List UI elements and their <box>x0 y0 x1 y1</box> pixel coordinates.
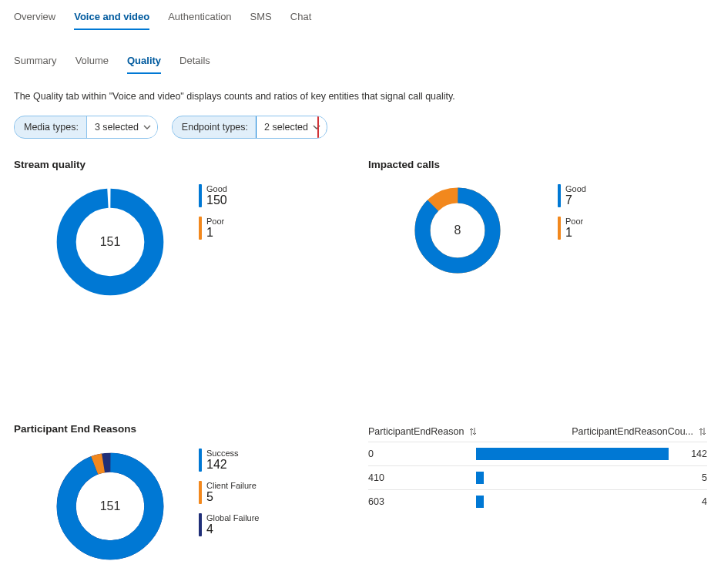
filter-endpoint-label: Endpoint types: <box>173 122 256 133</box>
cell-reason: 0 <box>368 449 476 459</box>
legend-color-swatch <box>199 184 202 207</box>
filter-media-label: Media types: <box>15 122 86 133</box>
table-header: ParticipantEndReason ParticipantEndReaso… <box>368 423 707 442</box>
secondary-tabs: Summary Volume Quality Details <box>14 52 707 74</box>
legend-color-swatch <box>558 217 561 240</box>
subtab-summary[interactable]: Summary <box>14 52 57 74</box>
legend-label: Client Failure <box>206 481 257 490</box>
column-label: ParticipantEndReasonCou... <box>572 426 693 437</box>
cell-bar <box>476 472 669 484</box>
filter-media-types[interactable]: Media types: 3 selected <box>14 116 158 139</box>
legend-color-swatch <box>199 217 202 240</box>
participant-end-reasons-legend: Success 142 Client Failure 5 <box>199 449 259 536</box>
legend-label: Global Failure <box>206 513 259 522</box>
cell-reason: 603 <box>368 496 476 507</box>
legend-label: Success <box>206 449 239 458</box>
legend-value: 150 <box>206 193 227 207</box>
legend-label: Poor <box>565 217 583 226</box>
cell-bar <box>476 496 669 508</box>
legend-value: 7 <box>565 193 586 207</box>
legend-label: Poor <box>206 217 224 226</box>
column-label: ParticipantEndReason <box>368 426 464 437</box>
legend-item: Good 7 <box>558 184 586 207</box>
legend-color-swatch <box>199 513 202 536</box>
page-description: The Quality tab within "Voice and video"… <box>14 91 707 102</box>
legend-item: Poor 1 <box>558 217 586 240</box>
donut-center-value: 151 <box>52 449 168 564</box>
tab-voice-video[interactable]: Voice and video <box>74 8 149 30</box>
tab-authentication[interactable]: Authentication <box>168 8 231 30</box>
primary-tabs: Overview Voice and video Authentication … <box>14 8 707 30</box>
cell-bar <box>476 448 669 460</box>
legend-label: Good <box>206 184 227 193</box>
cell-count: 5 <box>669 472 707 483</box>
tab-chat[interactable]: Chat <box>290 8 311 30</box>
legend-item: Good 150 <box>199 184 227 207</box>
table-row[interactable]: 410 5 <box>368 465 707 489</box>
legend-value: 4 <box>206 522 259 536</box>
column-header-count[interactable]: ParticipantEndReasonCou... <box>572 426 707 437</box>
legend-value: 1 <box>206 226 224 240</box>
filter-endpoint-value: 2 selected <box>264 122 308 133</box>
stream-quality-donut[interactable]: 151 <box>52 184 168 300</box>
legend-item: Client Failure 5 <box>199 481 259 504</box>
filters: Media types: 3 selected Endpoint types: … <box>14 116 707 139</box>
stream-quality-legend: Good 150 Poor 1 <box>199 184 227 240</box>
filter-media-value: 3 selected <box>95 122 139 133</box>
subtab-volume[interactable]: Volume <box>75 52 109 74</box>
chevron-down-icon <box>143 124 151 130</box>
chevron-down-icon <box>313 124 320 130</box>
subtab-details[interactable]: Details <box>179 52 210 74</box>
impacted-calls-legend: Good 7 Poor 1 <box>558 184 586 240</box>
tab-sms[interactable]: SMS <box>250 8 272 30</box>
cell-reason: 410 <box>368 472 476 483</box>
tab-overview[interactable]: Overview <box>14 8 55 30</box>
donut-center-value: 151 <box>52 184 168 300</box>
table-row[interactable]: 0 142 <box>368 442 707 465</box>
panel-participant-end-reason-table: ParticipantEndReason ParticipantEndReaso… <box>368 423 707 564</box>
legend-value: 142 <box>206 458 239 472</box>
legend-label: Good <box>565 184 586 193</box>
panel-title: Stream quality <box>14 159 353 170</box>
legend-color-swatch <box>558 184 561 207</box>
legend-color-swatch <box>199 481 202 504</box>
filter-endpoint-types[interactable]: Endpoint types: 2 selected VoIP <box>172 116 327 139</box>
legend-item: Global Failure 4 <box>199 513 259 536</box>
subtab-quality[interactable]: Quality <box>127 52 161 74</box>
sort-icon <box>468 427 478 436</box>
cell-count: 142 <box>669 449 707 459</box>
legend-color-swatch <box>199 449 202 472</box>
table-row[interactable]: 603 4 <box>368 489 707 513</box>
sort-icon <box>698 427 707 436</box>
panel-title: Impacted calls <box>368 159 707 170</box>
legend-value: 5 <box>206 490 257 504</box>
panel-title: Participant End Reasons <box>14 423 353 435</box>
cell-count: 4 <box>669 496 707 507</box>
panel-participant-end-reasons: Participant End Reasons 151 <box>14 423 353 564</box>
panel-stream-quality: Stream quality 151 <box>14 159 353 300</box>
donut-center-value: 8 <box>411 184 504 277</box>
impacted-calls-donut[interactable]: 8 <box>411 184 504 277</box>
panel-impacted-calls: Impacted calls 8 Good 7 <box>368 159 707 300</box>
legend-value: 1 <box>565 226 583 240</box>
legend-item: Success 142 <box>199 449 259 472</box>
column-header-reason[interactable]: ParticipantEndReason <box>368 426 478 437</box>
participant-end-reasons-donut[interactable]: 151 <box>52 449 168 564</box>
legend-item: Poor 1 <box>199 217 227 240</box>
